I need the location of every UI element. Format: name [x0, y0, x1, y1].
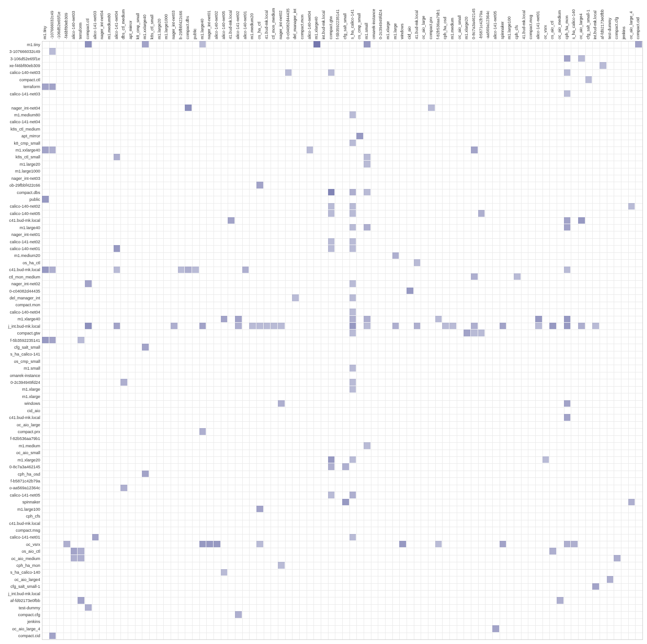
- y-tick-label: calico-140-net04: [10, 310, 40, 314]
- y-tick-label: c41.bud-mk.local: [9, 218, 40, 223]
- x-tick-label: s_ha_calico-140: [571, 9, 576, 39]
- y-tick-label: compact.cfg: [18, 613, 40, 617]
- heatmap-cell: [49, 337, 56, 343]
- y-tick-label: test-dummy: [19, 606, 40, 610]
- x-tick-label: m1.large40: [200, 19, 204, 39]
- heatmap-cell: [564, 224, 571, 230]
- heatmap-cell: [350, 534, 356, 540]
- y-tick-label: calico-141-net01: [10, 535, 40, 539]
- x-tick-label: nager_int-net02: [278, 10, 283, 39]
- x-tick-label: compact.cfg: [614, 17, 619, 39]
- heatmap-cell: [199, 541, 206, 547]
- x-tick-label: terraform: [78, 22, 83, 39]
- y-tick-label: c41.bud-mk.local: [9, 415, 40, 420]
- x-tick-label: jenkins: [621, 26, 626, 39]
- y-tick-label: omarek-instance: [10, 373, 40, 378]
- heatmap-cell: [199, 41, 206, 47]
- y-tick-label: 3-106d52e65f1e: [10, 57, 40, 61]
- heatmap-cell: [328, 456, 335, 463]
- heatmap-cell: [235, 611, 242, 618]
- y-tick-label: calico-140-net05: [10, 211, 40, 216]
- heatmap-cell: [564, 217, 571, 224]
- heatmap-cell: [78, 597, 84, 603]
- y-tick-label: k8s_ctl_small: [16, 155, 40, 159]
- heatmap-cell: [278, 323, 285, 329]
- heatmap-cell: [564, 541, 571, 547]
- heatmap-cell: [500, 541, 506, 547]
- heatmap-cell: [249, 323, 256, 329]
- y-tick-label: spinnaker: [22, 500, 40, 504]
- x-tick-label: int.bud-mk.local: [321, 10, 326, 39]
- heatmap-cell: [364, 224, 370, 230]
- heatmap-cell: [85, 604, 92, 611]
- heatmap-cell: [114, 267, 120, 273]
- y-tick-label: m1.large20: [20, 162, 40, 167]
- heatmap-cell: [92, 534, 99, 540]
- y-tick-label: calico-141-net04: [10, 120, 40, 124]
- x-tick-label: cph_cfs: [514, 25, 519, 39]
- y-tick-label: f-5b3592235141: [10, 338, 40, 343]
- y-tick-label: terraform: [23, 84, 40, 89]
- heatmap-cell: [235, 323, 242, 329]
- heatmap-cell: [85, 280, 92, 287]
- y-tick-label: compact.ctl: [19, 78, 40, 82]
- heatmap-cell: [535, 323, 542, 329]
- y-tick-label: compact.mon: [16, 303, 40, 307]
- x-tick-label: ctl_mon_medium: [271, 8, 276, 39]
- heatmap-cell: [350, 203, 356, 209]
- y-tick-label: m1.xlarge: [22, 387, 40, 392]
- heatmap-cell: [628, 499, 635, 505]
- y-tick-label: m1.xlarge40: [17, 317, 40, 321]
- heatmap-cell: [285, 69, 292, 76]
- heatmap-cell: [78, 337, 84, 343]
- heatmap-cell: [435, 541, 442, 547]
- heatmap-cell: [221, 316, 228, 322]
- y-tick-label: calico-141-net05: [10, 493, 40, 497]
- heatmap-cell: [350, 492, 356, 498]
- heatmap-cell: [342, 463, 349, 470]
- heatmap-cell: [549, 548, 556, 554]
- heatmap-cell: [85, 323, 92, 329]
- y-tick-label: cph_cfs: [26, 514, 40, 518]
- y-tick-label: af-fd92173e0fbb: [10, 598, 40, 603]
- x-tick-label: b-29fbbf422c66: [178, 10, 183, 39]
- y-tick-label: compact.cid: [18, 634, 40, 638]
- heatmap-cell: [328, 463, 335, 470]
- x-tick-label: alico-140-net04: [307, 11, 312, 39]
- y-tick-label: public: [29, 197, 40, 202]
- x-tick-label: m1.small: [364, 23, 369, 39]
- x-tick-label: m1.xlarge40: [314, 16, 318, 39]
- heatmap-cell: [142, 471, 149, 477]
- heatmap-cell: [549, 323, 556, 329]
- y-tick-label: compact.msg: [16, 528, 40, 533]
- y-tick-label: m1.small: [24, 366, 40, 371]
- heatmap-cell: [342, 499, 349, 505]
- x-tick-label: alico-140-net01: [243, 11, 247, 39]
- heatmap-cell: [442, 323, 449, 329]
- heatmap-cell: [71, 555, 78, 561]
- x-tick-label: oc_aio_large: [421, 16, 426, 39]
- heatmap-cell: [328, 238, 335, 245]
- heatmap-cell: [514, 273, 521, 280]
- y-tick-label: compact.dbs: [17, 190, 40, 195]
- heatmap-cell: [120, 379, 127, 385]
- x-tick-label: compact.cid: [636, 17, 640, 39]
- heatmap-cell: [350, 365, 356, 371]
- y-tick-label: nager_int-net02: [11, 282, 40, 286]
- heatmap-cell: [350, 224, 356, 230]
- x-tick-label: apt_mirror: [128, 21, 133, 39]
- heatmap-cell: [328, 203, 335, 209]
- y-tick-label: oc_aio_small: [16, 450, 40, 455]
- heatmap-cell: [42, 84, 49, 90]
- y-tick-label: os_ha_ctl: [22, 261, 40, 265]
- x-tick-label: compact.gtw: [329, 16, 333, 39]
- heatmap-cell: [635, 41, 642, 47]
- heatmap-cell: [350, 456, 356, 463]
- y-tick-label: m1.tiny: [27, 42, 40, 47]
- x-tick-label: compact.msg: [528, 15, 533, 39]
- y-tick-label: 0-8c7a3a462145: [9, 465, 40, 469]
- heatmap-cell: [350, 245, 356, 251]
- x-tick-label: 0-c04082d44435: [286, 8, 290, 39]
- x-tick-label: 0-2c394949fd24: [378, 10, 383, 39]
- x-tick-label: spinnaker: [500, 21, 505, 39]
